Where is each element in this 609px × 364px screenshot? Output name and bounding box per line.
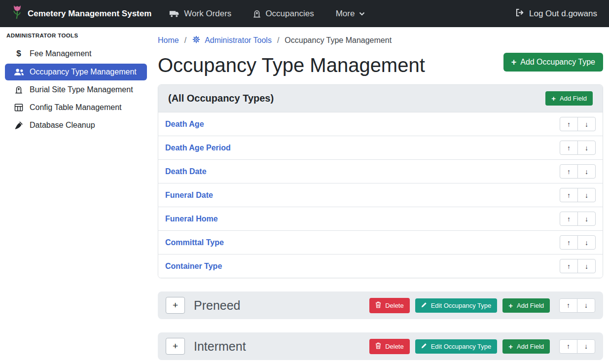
expand-button[interactable]: + [166, 297, 185, 314]
tombstone-icon [13, 85, 24, 94]
plus-icon: + [508, 343, 513, 350]
move-up-button[interactable]: ↑ [560, 212, 578, 226]
field-link[interactable]: Funeral Date [165, 191, 213, 200]
expand-button[interactable]: + [166, 338, 185, 355]
section-interment: + Interment Delete [158, 332, 603, 360]
breadcrumb: Home / Administrator Tools / [158, 35, 603, 46]
field-link[interactable]: Death Date [165, 167, 207, 176]
sidebar-heading: Administrator Tools [0, 33, 152, 38]
field-link[interactable]: Committal Type [165, 238, 224, 247]
edit-label: Edit Occupancy Type [431, 302, 492, 309]
sidebar-item-burial-site-type-management[interactable]: Burial Site Type Management [5, 81, 147, 98]
move-up-button[interactable]: ↑ [559, 339, 577, 354]
delete-label: Delete [385, 343, 404, 350]
trash-icon [375, 301, 381, 310]
move-down-button[interactable]: ↓ [577, 141, 596, 155]
move-up-button[interactable]: ↑ [560, 117, 578, 131]
reorder-group: ↑ ↓ [560, 164, 596, 179]
breadcrumb-separator: / [277, 36, 279, 45]
sidebar-item-label: Fee Management [30, 49, 91, 58]
add-occupancy-type-button[interactable]: + Add Occupancy Type [503, 53, 603, 72]
reorder-group: ↑ ↓ [560, 117, 596, 131]
move-down-button[interactable]: ↓ [577, 235, 596, 250]
broom-icon [13, 121, 24, 130]
move-down-button[interactable]: ↓ [577, 298, 595, 313]
sidebar-item-label: Burial Site Type Management [30, 85, 133, 94]
section-preneed: + Preneed Delete [158, 291, 603, 319]
reorder-group: ↑ ↓ [560, 141, 596, 155]
brand-link[interactable]: Cemetery Management System [12, 5, 151, 22]
card-header: (All Occupancy Types) + Add Field [158, 85, 603, 112]
users-icon [13, 68, 24, 76]
section-actions: Delete Edit Occupancy Type + Add Field [369, 298, 595, 313]
move-down-button[interactable]: ↓ [577, 188, 596, 202]
logout-icon [515, 8, 525, 19]
sidebar-item-occupancy-type-management[interactable]: Occupancy Type Management [5, 64, 147, 80]
app-window: Cemetery Management System Work Orders [0, 0, 609, 364]
breadcrumb-current: Occupancy Type Management [285, 36, 392, 45]
add-field-button[interactable]: + Add Field [545, 91, 593, 106]
move-down-button[interactable]: ↓ [577, 212, 596, 226]
reorder-group: ↑ ↓ [560, 188, 596, 202]
add-field-button[interactable]: + Add Field [502, 339, 550, 354]
move-up-button[interactable]: ↑ [560, 164, 578, 179]
work-orders-icon [169, 9, 179, 18]
nav-work-orders[interactable]: Work Orders [169, 9, 231, 19]
section-title: Preneed [194, 298, 369, 313]
edit-occupancy-type-button[interactable]: Edit Occupancy Type [415, 339, 498, 354]
nav-work-orders-label: Work Orders [184, 9, 231, 19]
nav-more[interactable]: More [336, 9, 365, 19]
nav-occupancies[interactable]: Occupancies [253, 9, 314, 19]
nav-occupancies-label: Occupancies [265, 9, 314, 19]
reorder-group: ↑ ↓ [559, 298, 595, 313]
field-row: Committal Type ↑ ↓ [158, 230, 603, 254]
sidebar-item-label: Occupancy Type Management [30, 68, 137, 76]
reorder-group: ↑ ↓ [560, 212, 596, 226]
top-navbar: Cemetery Management System Work Orders [0, 0, 609, 27]
delete-button[interactable]: Delete [369, 339, 410, 354]
move-down-button[interactable]: ↓ [577, 259, 596, 273]
field-link[interactable]: Death Age [165, 120, 204, 129]
delete-label: Delete [385, 302, 404, 309]
move-up-button[interactable]: ↑ [559, 298, 577, 313]
tombstone-icon [253, 9, 261, 18]
all-occupancy-types-card: (All Occupancy Types) + Add Field Death … [158, 84, 603, 278]
move-down-button[interactable]: ↓ [577, 339, 595, 354]
breadcrumb-home-link[interactable]: Home [158, 36, 179, 45]
sidebar-item-database-cleanup[interactable]: Database Cleanup [5, 117, 147, 134]
field-row: Death Age ↑ ↓ [158, 112, 603, 136]
main-content: Home / Administrator Tools / [152, 27, 609, 364]
title-row: Occupancy Type Management + Add Occupanc… [158, 53, 603, 76]
section-actions: Delete Edit Occupancy Type + Add Field [369, 339, 595, 354]
move-up-button[interactable]: ↑ [560, 188, 578, 202]
card-title: (All Occupancy Types) [168, 93, 274, 104]
trash-icon [375, 342, 381, 351]
plus-icon: + [551, 95, 556, 102]
reorder-group: ↑ ↓ [559, 339, 595, 354]
move-down-button[interactable]: ↓ [577, 164, 596, 179]
plus-icon: + [508, 302, 513, 309]
add-field-button[interactable]: + Add Field [502, 298, 550, 313]
move-down-button[interactable]: ↓ [577, 117, 596, 131]
move-up-button[interactable]: ↑ [560, 141, 578, 155]
delete-button[interactable]: Delete [369, 298, 410, 313]
dollar-icon: $ [13, 49, 24, 59]
page-title: Occupancy Type Management [158, 54, 425, 76]
logout-button[interactable]: Log Out d.gowans [515, 8, 597, 19]
field-link[interactable]: Funeral Home [165, 215, 218, 223]
breadcrumb-admin-tools-label: Administrator Tools [205, 36, 272, 45]
breadcrumb-separator: / [184, 36, 186, 45]
brand-title: Cemetery Management System [28, 9, 151, 19]
table-icon [13, 104, 24, 111]
sidebar-item-config-table-management[interactable]: Config Table Management [5, 99, 147, 116]
breadcrumb-admin-tools-link[interactable]: Administrator Tools [192, 35, 272, 46]
move-up-button[interactable]: ↑ [560, 235, 578, 250]
sidebar-item-fee-management[interactable]: $ Fee Management [5, 45, 147, 63]
field-row: Funeral Home ↑ ↓ [158, 207, 603, 230]
move-up-button[interactable]: ↑ [560, 259, 578, 273]
chevron-down-icon [359, 12, 365, 16]
field-link[interactable]: Container Type [165, 262, 222, 271]
edit-occupancy-type-button[interactable]: Edit Occupancy Type [415, 298, 498, 313]
pencil-icon [421, 302, 427, 309]
field-link[interactable]: Death Age Period [165, 144, 231, 152]
